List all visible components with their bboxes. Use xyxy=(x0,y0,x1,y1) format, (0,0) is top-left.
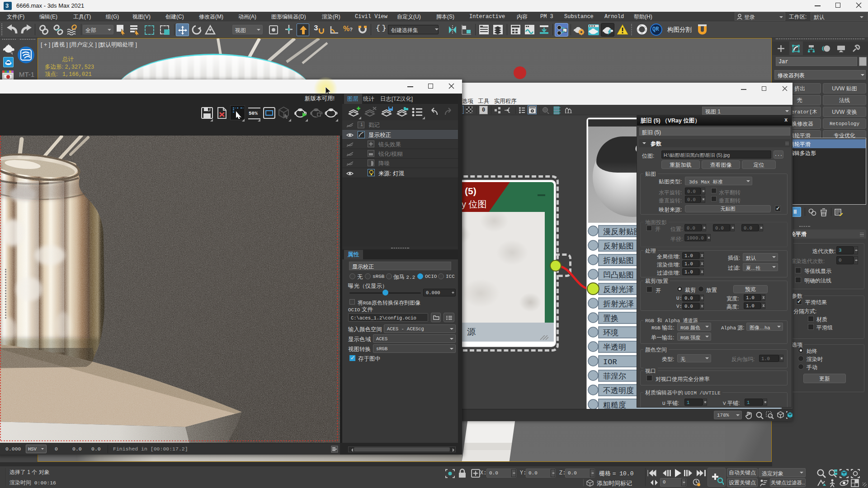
svg-text:不透明度: 不透明度 xyxy=(603,386,634,395)
svg-text:半透明: 半透明 xyxy=(603,343,626,352)
svg-text:凹凸贴图: 凹凸贴图 xyxy=(603,271,634,279)
svg-text:漫反射贴图: 漫反射贴图 xyxy=(603,227,642,236)
svg-text:菲涅尔: 菲涅尔 xyxy=(603,372,626,380)
svg-text:粗糙度: 粗糙度 xyxy=(603,401,626,409)
svg-text:折射贴图: 折射贴图 xyxy=(603,256,634,265)
svg-text:置换: 置换 xyxy=(603,314,618,323)
svg-text:IOR: IOR xyxy=(603,358,617,366)
svg-text:环境: 环境 xyxy=(603,328,618,337)
svg-text:折射光泽: 折射光泽 xyxy=(603,300,634,308)
svg-text:反射贴图: 反射贴图 xyxy=(603,242,634,250)
svg-text:反射光泽: 反射光泽 xyxy=(603,285,634,294)
